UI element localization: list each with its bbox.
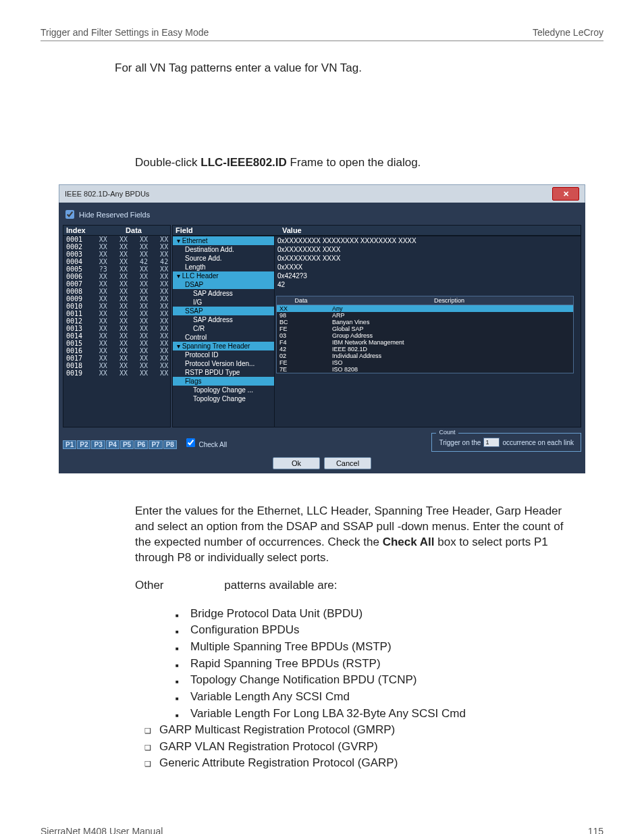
dropdown-item[interactable]: XXAny bbox=[277, 305, 573, 312]
index-row[interactable]: 0019XX XX XX XX bbox=[63, 369, 170, 377]
value-col-header: Value bbox=[279, 226, 581, 235]
dropdown-item[interactable]: FEISO bbox=[277, 359, 573, 366]
dialog-titlebar[interactable]: IEEE 802.1D-Any BPDUs ✕ bbox=[59, 184, 585, 203]
hide-reserved-checkbox[interactable]: Hide Reserved Fields bbox=[63, 207, 581, 225]
value-row[interactable]: 0xXXXXXXXX XXXX bbox=[275, 254, 581, 263]
hide-reserved-input[interactable] bbox=[65, 210, 74, 219]
list-item: Topology Change Notification BPDU (TCNP) bbox=[176, 672, 603, 689]
index-row[interactable]: 0004XX XX 42 42 bbox=[63, 258, 170, 265]
port-tag[interactable]: P3 bbox=[91, 440, 105, 449]
ok-button[interactable]: Ok bbox=[273, 457, 320, 469]
port-tag[interactable]: P1 bbox=[63, 440, 76, 449]
hide-reserved-label: Hide Reserved Fields bbox=[79, 211, 150, 219]
dropdown-item[interactable]: 02Individual Address bbox=[277, 353, 573, 359]
check-all-input[interactable] bbox=[186, 438, 195, 447]
dropdown-item[interactable]: F4IBM Network Management bbox=[277, 339, 573, 346]
tree-node[interactable]: SAP Address bbox=[173, 289, 274, 298]
index-row[interactable]: 0014XX XX XX XX bbox=[63, 332, 170, 340]
dropdown-item[interactable]: 42IEEE 802.1D bbox=[277, 346, 573, 353]
check-all-checkbox[interactable]: Check All bbox=[184, 441, 227, 448]
list-item: Variable Length Any SCSI Cmd bbox=[176, 689, 603, 706]
port-tag[interactable]: P5 bbox=[120, 440, 134, 449]
tree-node[interactable]: I/G bbox=[173, 298, 274, 307]
tree-node[interactable]: SSAP bbox=[173, 307, 274, 315]
tree-node[interactable]: Flags bbox=[173, 377, 274, 386]
value-row[interactable]: 0x4242?3 bbox=[275, 271, 581, 280]
cancel-button[interactable]: Cancel bbox=[324, 457, 371, 469]
index-row[interactable]: 0017XX XX XX XX bbox=[63, 355, 170, 362]
field-col-header: Field bbox=[173, 226, 279, 235]
dropdown-item[interactable]: 7EISO 8208 bbox=[277, 366, 573, 373]
index-row[interactable]: 0010XX XX XX XX bbox=[63, 303, 170, 310]
list-item: Generic Attribute Registration Protocol … bbox=[144, 755, 603, 772]
tree-node[interactable]: Control bbox=[173, 333, 274, 342]
tree-node[interactable]: Protocol Version Iden... bbox=[173, 359, 274, 368]
index-row[interactable]: 0006XX XX XX XX bbox=[63, 273, 170, 280]
tree-node[interactable]: Source Add. bbox=[173, 254, 274, 263]
port-tag[interactable]: P8 bbox=[163, 440, 177, 449]
tree-node[interactable]: Topology Change ... bbox=[173, 386, 274, 394]
tree-node[interactable]: DSAP bbox=[173, 280, 274, 289]
instr-post: Frame to open the dialog. bbox=[287, 156, 421, 169]
other-line: Other patterns available are: bbox=[135, 578, 567, 594]
tree-node[interactable]: RSTP BPDU Type bbox=[173, 368, 274, 377]
list-item: GARP Multicast Registration Protocol (GM… bbox=[144, 722, 603, 739]
index-row[interactable]: 0009XX XX XX XX bbox=[63, 295, 170, 303]
tree-node[interactable]: SAP Address bbox=[173, 315, 274, 324]
close-icon[interactable]: ✕ bbox=[552, 187, 579, 201]
value-row[interactable]: 0xXXXXXXXX XXXX bbox=[275, 245, 581, 254]
field-tree[interactable]: ▾ Ethernet Destination Add. Source Add. … bbox=[173, 236, 274, 427]
index-row[interactable]: 0005?3 XX XX XX bbox=[63, 265, 170, 273]
index-row[interactable]: 0013XX XX XX XX bbox=[63, 325, 170, 332]
index-row[interactable]: 0008XX XX XX XX bbox=[63, 288, 170, 295]
dsap-dropdown-popup[interactable]: Data Description XXAny98ARPBCBanyan Vine… bbox=[276, 296, 574, 373]
value-row[interactable]: 0xXXXX bbox=[275, 263, 581, 271]
index-row[interactable]: 0018XX XX XX XX bbox=[63, 362, 170, 369]
instr-pre: Double-click bbox=[135, 156, 200, 169]
index-row[interactable]: 0007XX XX XX XX bbox=[63, 280, 170, 288]
trigger-post-text: occurrence on each link bbox=[502, 439, 574, 446]
port-tag[interactable]: P2 bbox=[77, 440, 90, 449]
doc-header: Trigger and Filter Settings in Easy Mode… bbox=[41, 27, 603, 41]
index-data-table[interactable]: Index Data 0001XX XX XX XX0002XX XX XX X… bbox=[63, 225, 171, 427]
index-row[interactable]: 0016XX XX XX XX bbox=[63, 347, 170, 355]
value-list[interactable]: 0xXXXXXXXX XXXXXXXX XXXXXXXX XXXX0xXXXXX… bbox=[274, 236, 581, 427]
index-row[interactable]: 0012XX XX XX XX bbox=[63, 317, 170, 325]
port-tag[interactable]: P7 bbox=[149, 440, 162, 449]
footer-left: SierraNet M408 User Manual bbox=[41, 826, 163, 834]
tree-node[interactable]: Length bbox=[173, 263, 274, 271]
para-1: Enter the values for the Ethernet, LLC H… bbox=[135, 504, 567, 566]
port-tag[interactable]: P4 bbox=[106, 440, 119, 449]
dropdown-item[interactable]: 98ARP bbox=[277, 312, 573, 319]
tree-node[interactable]: ▾ LLC Header bbox=[173, 271, 274, 280]
index-col-header: Index bbox=[63, 226, 97, 235]
list-item: Rapid Spanning Tree BPDUs (RSTP) bbox=[176, 656, 603, 673]
tree-node[interactable]: Protocol ID bbox=[173, 350, 274, 359]
port-tag[interactable]: P6 bbox=[134, 440, 148, 449]
other-b: patterns available are: bbox=[224, 579, 337, 592]
list-item: Variable Length For Long LBA 32-Byte Any… bbox=[176, 706, 603, 723]
dropdown-item[interactable]: BCBanyan Vines bbox=[277, 319, 573, 325]
trigger-count-input[interactable] bbox=[483, 438, 500, 447]
index-row[interactable]: 0015XX XX XX XX bbox=[63, 340, 170, 347]
popup-data-header: Data bbox=[277, 296, 325, 305]
index-row[interactable]: 0011XX XX XX XX bbox=[63, 310, 170, 317]
index-row[interactable]: 0003XX XX XX XX bbox=[63, 251, 170, 258]
tree-node[interactable]: C/R bbox=[173, 324, 274, 333]
outer-bullet-list: GARP Multicast Registration Protocol (GM… bbox=[176, 722, 603, 772]
para1-bold: Check All bbox=[383, 536, 435, 548]
dropdown-item[interactable]: 03Group Address bbox=[277, 332, 573, 339]
instr-bold: LLC-IEEE802.ID bbox=[200, 156, 287, 169]
popup-desc-header: Description bbox=[325, 296, 573, 305]
value-row[interactable]: 42 bbox=[275, 280, 581, 289]
tree-node[interactable]: Topology Change bbox=[173, 394, 274, 403]
tree-node[interactable]: ▾ Ethernet bbox=[173, 236, 274, 245]
dropdown-item[interactable]: FEGlobal SAP bbox=[277, 325, 573, 332]
index-row[interactable]: 0001XX XX XX XX bbox=[63, 236, 170, 243]
tree-node[interactable]: Destination Add. bbox=[173, 245, 274, 254]
tree-node[interactable]: ▾ Spanning Tree Header bbox=[173, 342, 274, 350]
value-row[interactable]: 0xXXXXXXXX XXXXXXXX XXXXXXXX XXXX bbox=[275, 236, 581, 245]
port-selectors[interactable]: P1P2P3P4P5P6P7P8 Check All bbox=[63, 436, 227, 449]
doc-footer: SierraNet M408 User Manual 115 bbox=[41, 826, 603, 834]
index-row[interactable]: 0002XX XX XX XX bbox=[63, 243, 170, 251]
